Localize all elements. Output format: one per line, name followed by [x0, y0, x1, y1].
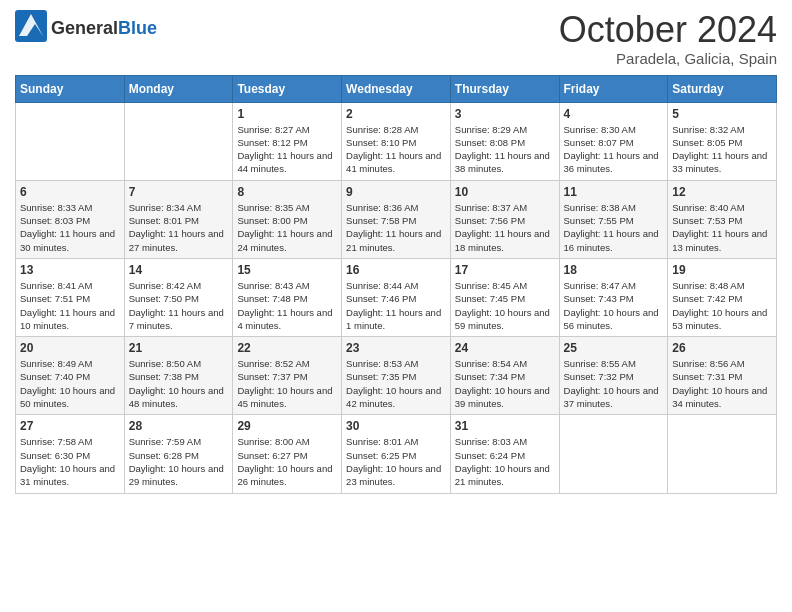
day-cell: 21Sunrise: 8:50 AM Sunset: 7:38 PM Dayli… — [124, 337, 233, 415]
day-info: Sunrise: 8:29 AM Sunset: 8:08 PM Dayligh… — [455, 123, 555, 176]
logo: GeneralBlue — [15, 10, 157, 46]
day-cell — [124, 102, 233, 180]
day-info: Sunrise: 7:59 AM Sunset: 6:28 PM Dayligh… — [129, 435, 229, 488]
week-row-3: 13Sunrise: 8:41 AM Sunset: 7:51 PM Dayli… — [16, 258, 777, 336]
day-info: Sunrise: 8:54 AM Sunset: 7:34 PM Dayligh… — [455, 357, 555, 410]
day-info: Sunrise: 8:00 AM Sunset: 6:27 PM Dayligh… — [237, 435, 337, 488]
day-number: 24 — [455, 341, 555, 355]
day-cell: 25Sunrise: 8:55 AM Sunset: 7:32 PM Dayli… — [559, 337, 668, 415]
day-number: 18 — [564, 263, 664, 277]
day-cell: 16Sunrise: 8:44 AM Sunset: 7:46 PM Dayli… — [342, 258, 451, 336]
day-cell: 14Sunrise: 8:42 AM Sunset: 7:50 PM Dayli… — [124, 258, 233, 336]
day-info: Sunrise: 8:44 AM Sunset: 7:46 PM Dayligh… — [346, 279, 446, 332]
day-number: 17 — [455, 263, 555, 277]
day-info: Sunrise: 8:47 AM Sunset: 7:43 PM Dayligh… — [564, 279, 664, 332]
day-number: 22 — [237, 341, 337, 355]
day-number: 2 — [346, 107, 446, 121]
day-number: 27 — [20, 419, 120, 433]
day-cell: 26Sunrise: 8:56 AM Sunset: 7:31 PM Dayli… — [668, 337, 777, 415]
day-cell: 2Sunrise: 8:28 AM Sunset: 8:10 PM Daylig… — [342, 102, 451, 180]
day-number: 26 — [672, 341, 772, 355]
location-subtitle: Paradela, Galicia, Spain — [559, 50, 777, 67]
day-info: Sunrise: 8:01 AM Sunset: 6:25 PM Dayligh… — [346, 435, 446, 488]
day-number: 14 — [129, 263, 229, 277]
day-cell — [668, 415, 777, 493]
day-info: Sunrise: 8:35 AM Sunset: 8:00 PM Dayligh… — [237, 201, 337, 254]
week-row-1: 1Sunrise: 8:27 AM Sunset: 8:12 PM Daylig… — [16, 102, 777, 180]
day-number: 31 — [455, 419, 555, 433]
day-cell: 6Sunrise: 8:33 AM Sunset: 8:03 PM Daylig… — [16, 180, 125, 258]
day-info: Sunrise: 8:55 AM Sunset: 7:32 PM Dayligh… — [564, 357, 664, 410]
day-cell: 18Sunrise: 8:47 AM Sunset: 7:43 PM Dayli… — [559, 258, 668, 336]
day-cell: 15Sunrise: 8:43 AM Sunset: 7:48 PM Dayli… — [233, 258, 342, 336]
day-cell — [16, 102, 125, 180]
col-header-wednesday: Wednesday — [342, 75, 451, 102]
col-header-thursday: Thursday — [450, 75, 559, 102]
title-block: October 2024 Paradela, Galicia, Spain — [559, 10, 777, 67]
day-info: Sunrise: 8:52 AM Sunset: 7:37 PM Dayligh… — [237, 357, 337, 410]
day-number: 29 — [237, 419, 337, 433]
col-header-monday: Monday — [124, 75, 233, 102]
page: GeneralBlue October 2024 Paradela, Galic… — [0, 0, 792, 612]
day-info: Sunrise: 8:32 AM Sunset: 8:05 PM Dayligh… — [672, 123, 772, 176]
day-number: 20 — [20, 341, 120, 355]
day-number: 7 — [129, 185, 229, 199]
day-number: 11 — [564, 185, 664, 199]
day-number: 21 — [129, 341, 229, 355]
day-cell: 23Sunrise: 8:53 AM Sunset: 7:35 PM Dayli… — [342, 337, 451, 415]
day-cell: 22Sunrise: 8:52 AM Sunset: 7:37 PM Dayli… — [233, 337, 342, 415]
day-number: 6 — [20, 185, 120, 199]
day-number: 1 — [237, 107, 337, 121]
day-info: Sunrise: 8:43 AM Sunset: 7:48 PM Dayligh… — [237, 279, 337, 332]
day-number: 12 — [672, 185, 772, 199]
header-row: SundayMondayTuesdayWednesdayThursdayFrid… — [16, 75, 777, 102]
day-cell: 7Sunrise: 8:34 AM Sunset: 8:01 PM Daylig… — [124, 180, 233, 258]
day-info: Sunrise: 8:53 AM Sunset: 7:35 PM Dayligh… — [346, 357, 446, 410]
day-info: Sunrise: 8:03 AM Sunset: 6:24 PM Dayligh… — [455, 435, 555, 488]
day-info: Sunrise: 8:56 AM Sunset: 7:31 PM Dayligh… — [672, 357, 772, 410]
day-number: 16 — [346, 263, 446, 277]
day-info: Sunrise: 8:34 AM Sunset: 8:01 PM Dayligh… — [129, 201, 229, 254]
day-cell: 9Sunrise: 8:36 AM Sunset: 7:58 PM Daylig… — [342, 180, 451, 258]
day-cell: 11Sunrise: 8:38 AM Sunset: 7:55 PM Dayli… — [559, 180, 668, 258]
col-header-saturday: Saturday — [668, 75, 777, 102]
header: GeneralBlue October 2024 Paradela, Galic… — [15, 10, 777, 67]
day-number: 15 — [237, 263, 337, 277]
day-cell: 28Sunrise: 7:59 AM Sunset: 6:28 PM Dayli… — [124, 415, 233, 493]
logo-icon — [15, 10, 47, 46]
logo-text: GeneralBlue — [51, 19, 157, 38]
day-cell: 24Sunrise: 8:54 AM Sunset: 7:34 PM Dayli… — [450, 337, 559, 415]
day-cell: 3Sunrise: 8:29 AM Sunset: 8:08 PM Daylig… — [450, 102, 559, 180]
day-info: Sunrise: 8:49 AM Sunset: 7:40 PM Dayligh… — [20, 357, 120, 410]
day-number: 19 — [672, 263, 772, 277]
day-info: Sunrise: 8:41 AM Sunset: 7:51 PM Dayligh… — [20, 279, 120, 332]
day-cell: 8Sunrise: 8:35 AM Sunset: 8:00 PM Daylig… — [233, 180, 342, 258]
day-number: 25 — [564, 341, 664, 355]
day-cell: 17Sunrise: 8:45 AM Sunset: 7:45 PM Dayli… — [450, 258, 559, 336]
month-title: October 2024 — [559, 10, 777, 50]
day-number: 23 — [346, 341, 446, 355]
day-info: Sunrise: 8:50 AM Sunset: 7:38 PM Dayligh… — [129, 357, 229, 410]
day-number: 4 — [564, 107, 664, 121]
day-info: Sunrise: 8:36 AM Sunset: 7:58 PM Dayligh… — [346, 201, 446, 254]
day-cell: 13Sunrise: 8:41 AM Sunset: 7:51 PM Dayli… — [16, 258, 125, 336]
day-info: Sunrise: 8:33 AM Sunset: 8:03 PM Dayligh… — [20, 201, 120, 254]
day-cell: 4Sunrise: 8:30 AM Sunset: 8:07 PM Daylig… — [559, 102, 668, 180]
calendar-table: SundayMondayTuesdayWednesdayThursdayFrid… — [15, 75, 777, 494]
day-number: 28 — [129, 419, 229, 433]
week-row-4: 20Sunrise: 8:49 AM Sunset: 7:40 PM Dayli… — [16, 337, 777, 415]
day-number: 9 — [346, 185, 446, 199]
day-number: 5 — [672, 107, 772, 121]
day-cell: 30Sunrise: 8:01 AM Sunset: 6:25 PM Dayli… — [342, 415, 451, 493]
day-cell: 12Sunrise: 8:40 AM Sunset: 7:53 PM Dayli… — [668, 180, 777, 258]
day-info: Sunrise: 8:38 AM Sunset: 7:55 PM Dayligh… — [564, 201, 664, 254]
day-cell: 31Sunrise: 8:03 AM Sunset: 6:24 PM Dayli… — [450, 415, 559, 493]
day-number: 10 — [455, 185, 555, 199]
logo-general: General — [51, 18, 118, 38]
logo-blue: Blue — [118, 18, 157, 38]
day-info: Sunrise: 8:40 AM Sunset: 7:53 PM Dayligh… — [672, 201, 772, 254]
day-info: Sunrise: 8:27 AM Sunset: 8:12 PM Dayligh… — [237, 123, 337, 176]
day-cell: 29Sunrise: 8:00 AM Sunset: 6:27 PM Dayli… — [233, 415, 342, 493]
day-cell: 5Sunrise: 8:32 AM Sunset: 8:05 PM Daylig… — [668, 102, 777, 180]
day-cell: 20Sunrise: 8:49 AM Sunset: 7:40 PM Dayli… — [16, 337, 125, 415]
